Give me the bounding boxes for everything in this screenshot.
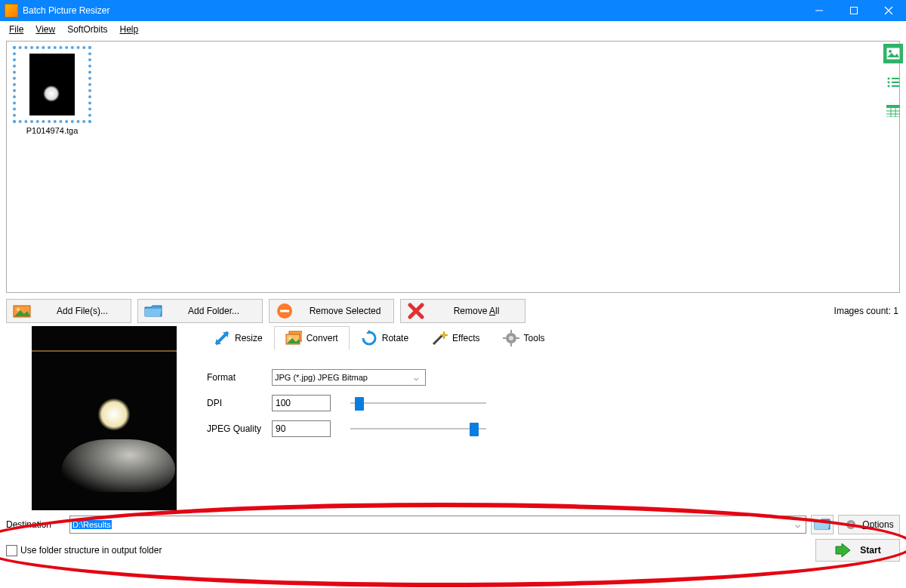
- view-details-button[interactable]: [883, 101, 903, 121]
- destination-label: Destination: [6, 519, 65, 530]
- svg-point-6: [888, 78, 890, 80]
- destination-input[interactable]: D:\Results ⌵: [69, 516, 806, 534]
- tab-resize[interactable]: Resize: [202, 326, 274, 350]
- gear-icon: [844, 518, 858, 531]
- remove-all-label: Remove All: [434, 306, 519, 316]
- remove-selected-icon: [276, 303, 294, 319]
- add-files-button[interactable]: Add File(s)...: [6, 299, 131, 323]
- app-icon: [5, 4, 18, 17]
- minimize-button[interactable]: [802, 0, 837, 21]
- use-folder-structure-checkbox[interactable]: [6, 545, 17, 556]
- add-folder-button[interactable]: Add Folder...: [137, 299, 263, 323]
- svg-rect-29: [510, 330, 512, 333]
- menu-file[interactable]: File: [3, 23, 29, 36]
- preview-image: [32, 326, 177, 510]
- view-thumbnails-button[interactable]: [883, 44, 903, 63]
- close-button[interactable]: [871, 0, 906, 21]
- effects-icon: [431, 330, 448, 346]
- remove-selected-label: Remove Selected: [303, 306, 387, 316]
- format-select[interactable]: JPG (*.jpg) JPEG Bitmap ⌵: [272, 369, 426, 386]
- file-list-panel[interactable]: P1014974.tga: [6, 41, 900, 293]
- menu-softorbits[interactable]: SoftOrbits: [61, 23, 113, 36]
- menu-bar: File View SoftOrbits Help: [0, 21, 906, 38]
- svg-point-28: [509, 336, 513, 340]
- remove-all-icon: [407, 303, 425, 319]
- svg-rect-1: [851, 8, 858, 14]
- menu-help[interactable]: Help: [114, 23, 145, 36]
- add-files-label: Add File(s)...: [40, 306, 125, 316]
- gear-icon: [503, 330, 519, 346]
- destination-value: D:\Results: [72, 520, 112, 529]
- format-value: JPG (*.jpg) JPEG Bitmap: [275, 373, 368, 382]
- svg-point-26: [288, 337, 291, 340]
- tab-convert-body: Format JPG (*.jpg) JPEG Bitmap ⌵ DPI JPE…: [202, 350, 900, 446]
- folder-open-icon: [814, 518, 830, 531]
- rotate-icon: [361, 330, 378, 346]
- chevron-down-icon: ⌵: [409, 373, 423, 383]
- options-button[interactable]: Options: [838, 515, 900, 534]
- svg-point-34: [849, 523, 853, 527]
- view-list-button[interactable]: [883, 72, 903, 92]
- svg-rect-30: [510, 343, 512, 346]
- menu-view[interactable]: View: [29, 23, 61, 36]
- dpi-slider[interactable]: [350, 396, 486, 411]
- picture-icon: [886, 48, 900, 60]
- tab-rotate[interactable]: Rotate: [350, 326, 420, 350]
- jpeg-quality-input[interactable]: [272, 420, 331, 437]
- title-bar: Batch Picture Resizer: [0, 0, 906, 21]
- tab-tools[interactable]: Tools: [492, 326, 556, 350]
- preview-panel: [6, 326, 202, 512]
- file-name-label: P1014974.tga: [13, 126, 91, 135]
- resize-icon: [214, 330, 230, 346]
- browse-destination-button[interactable]: [811, 515, 834, 534]
- svg-rect-21: [280, 310, 289, 312]
- start-arrow-icon: [834, 543, 851, 557]
- maximize-button[interactable]: [837, 0, 871, 21]
- use-folder-structure-label: Use folder structure in output folder: [20, 545, 162, 556]
- svg-rect-31: [503, 337, 506, 339]
- svg-rect-32: [516, 337, 519, 339]
- images-count-label: Images count: 1: [834, 306, 898, 316]
- dpi-input[interactable]: [272, 395, 331, 411]
- grid-icon: [886, 105, 900, 117]
- file-thumbnail[interactable]: P1014974.tga: [13, 46, 91, 135]
- start-label: Start: [860, 545, 880, 556]
- add-folder-label: Add Folder...: [171, 306, 256, 316]
- picture-add-icon: [13, 303, 31, 319]
- svg-point-8: [888, 82, 890, 84]
- list-icon: [886, 76, 900, 88]
- svg-rect-9: [892, 82, 899, 83]
- jpeg-quality-slider[interactable]: [350, 421, 486, 436]
- svg-rect-7: [892, 78, 899, 79]
- dpi-label: DPI: [207, 398, 272, 408]
- convert-icon: [285, 330, 302, 346]
- svg-point-10: [888, 85, 890, 88]
- folder-icon: [144, 303, 162, 319]
- start-button[interactable]: Start: [815, 539, 900, 562]
- options-label: Options: [862, 519, 893, 530]
- tab-convert[interactable]: Convert: [274, 326, 350, 350]
- svg-point-19: [17, 308, 20, 311]
- remove-all-button[interactable]: Remove All: [400, 299, 525, 323]
- svg-rect-12: [886, 105, 900, 108]
- tabs: Resize Convert Rotate Effects Tools: [202, 326, 900, 350]
- jpeg-quality-label: JPEG Quality: [207, 423, 272, 434]
- format-label: Format: [207, 372, 272, 383]
- tab-effects[interactable]: Effects: [420, 326, 491, 350]
- svg-rect-11: [892, 85, 899, 87]
- remove-selected-button[interactable]: Remove Selected: [269, 299, 394, 323]
- chevron-down-icon: ⌵: [790, 519, 804, 530]
- window-title: Batch Picture Resizer: [23, 5, 109, 16]
- svg-point-5: [889, 50, 892, 53]
